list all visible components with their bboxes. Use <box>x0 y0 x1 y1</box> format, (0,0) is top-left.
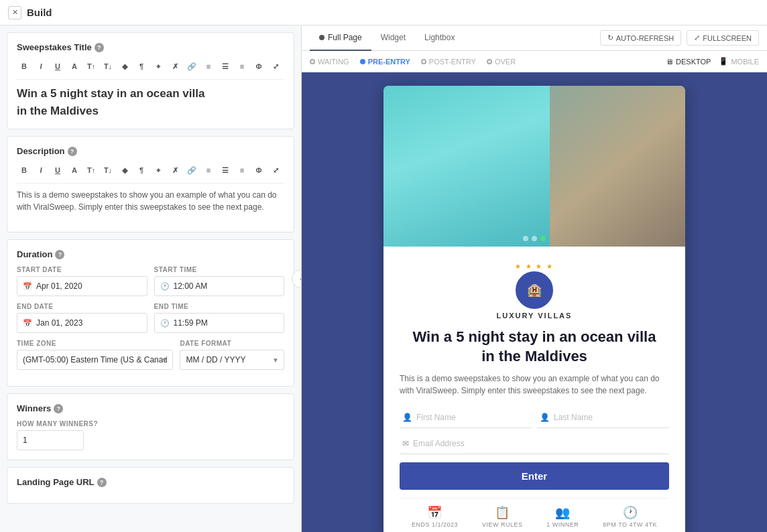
winners-label: Winners ? <box>17 403 284 413</box>
image-villa <box>550 86 686 247</box>
timezone-label: TIME ZONE <box>17 340 173 347</box>
close-button[interactable]: ✕ <box>8 6 21 19</box>
end-time-label: END TIME <box>154 303 285 310</box>
clock-icon-end: 🕐 <box>160 319 170 328</box>
auto-refresh-button[interactable]: ↻ AUTO-REFRESH <box>600 30 682 46</box>
desc-font-size-up-button[interactable]: T↑ <box>84 163 99 178</box>
winners-info-icon[interactable]: ? <box>54 404 63 413</box>
preview-image-inner <box>384 86 685 247</box>
preview-area: ★ ★ ★ ★ 🏨 LUXURY VILLAS Win a 5 night st… <box>302 72 767 532</box>
start-date-label: START DATE <box>17 266 148 273</box>
desc-highlight-button[interactable]: ◆ <box>117 163 132 178</box>
font-size-down-button[interactable]: T↓ <box>101 59 115 74</box>
desc-special-char-button[interactable]: Φ <box>251 163 266 178</box>
landing-url-info-icon[interactable]: ? <box>97 478 107 487</box>
desc-link-button[interactable]: 🔗 <box>184 163 199 178</box>
desc-list-button[interactable]: ☰ <box>218 163 233 178</box>
date-row-2: END DATE 📅 Jan 01, 2023 END TIME 🕐 11:59… <box>17 303 284 333</box>
landing-url-label: Landing Page URL ? <box>17 477 284 487</box>
dateformat-group: DATE FORMAT MM / DD / YYYY ▼ <box>180 340 284 370</box>
timezone-select-wrapper: (GMT-05:00) Eastern Time (US & Canada) ▼ <box>17 350 173 370</box>
desc-underline-button[interactable]: U <box>50 163 65 178</box>
main-layout: Sweepstakes Title ? B I U A T↑ T↓ ◆ ¶ ⌖ … <box>0 25 767 532</box>
device-mobile[interactable]: 📱 MOBILE <box>719 57 759 66</box>
end-time-group: END TIME 🕐 11:59 PM <box>154 303 285 333</box>
stage-post-entry[interactable]: POST-ENTRY <box>421 58 476 66</box>
timezone-select[interactable]: (GMT-05:00) Eastern Time (US & Canada) <box>17 350 173 370</box>
stage-tabs: WAITING PRE-ENTRY POST-ENTRY OVER <box>310 58 516 66</box>
italic-button[interactable]: I <box>34 59 48 74</box>
start-time-label: START TIME <box>154 266 285 273</box>
desc-font-color-button[interactable]: A <box>67 163 82 178</box>
dot-3[interactable] <box>540 236 546 241</box>
sweepstakes-title-content[interactable]: Win a 5 night stay in an ocean villa in … <box>17 85 284 119</box>
bold-button[interactable]: B <box>17 59 32 74</box>
stage-pre-entry[interactable]: PRE-ENTRY <box>360 58 410 66</box>
clear-format-button[interactable]: ⌖ <box>151 59 166 74</box>
tab-full-page[interactable]: Full Page <box>310 25 371 51</box>
desc-indent-button[interactable]: ≡ <box>235 163 249 178</box>
special-char-button[interactable]: Φ <box>251 59 266 74</box>
fullscreen-button[interactable]: ⤢ FULLSCREEN <box>687 30 759 46</box>
dot-2[interactable] <box>532 236 537 241</box>
preview-footer: 📅 ENDS 1/1/2023 📋 VIEW RULES 👥 1 WINNER <box>400 498 669 528</box>
stage-waiting[interactable]: WAITING <box>310 58 349 66</box>
font-size-up-button[interactable]: T↑ <box>84 59 99 74</box>
enter-button[interactable]: Enter <box>400 462 669 490</box>
winners-section: Winners ? HOW MANY WINNERS? <box>7 393 294 460</box>
preview-nav: Full Page Widget Lightbox ↻ AUTO-REFRESH… <box>302 25 767 51</box>
device-desktop[interactable]: 🖥 DESKTOP <box>666 57 711 66</box>
desc-bold-button[interactable]: B <box>17 163 32 178</box>
align-button[interactable]: ≡ <box>201 59 216 74</box>
tab-widget[interactable]: Widget <box>371 25 415 51</box>
dateformat-select[interactable]: MM / DD / YYYY <box>180 350 284 370</box>
sweepstakes-title-label: Sweepstakes Title ? <box>17 42 284 52</box>
description-content[interactable]: This is a demo sweepstakes to show you a… <box>17 189 284 222</box>
desc-italic-button[interactable]: I <box>34 163 48 178</box>
date-row-1: START DATE 📅 Apr 01, 2020 START TIME 🕐 1… <box>17 266 284 296</box>
description-info-icon[interactable]: ? <box>68 147 77 156</box>
remove-format-button[interactable]: ✗ <box>168 59 182 74</box>
brand-circle: 🏨 <box>516 271 553 309</box>
winners-icon: 👥 <box>546 505 579 520</box>
paragraph-button[interactable]: ¶ <box>134 59 149 74</box>
desc-expand-button[interactable]: ⤢ <box>268 163 283 178</box>
highlight-button[interactable]: ◆ <box>117 59 132 74</box>
description-section: Description ? B I U A T↑ T↓ ◆ ¶ ⌖ ✗ 🔗 ≡ <box>7 136 294 232</box>
font-color-button[interactable]: A <box>67 59 82 74</box>
preview-description: This is a demo sweepstakes to show you a… <box>400 373 669 397</box>
brand-stars: ★ ★ ★ ★ <box>400 263 669 270</box>
expand-button[interactable]: ⤢ <box>268 59 283 74</box>
tab-lightbox[interactable]: Lightbox <box>415 25 464 51</box>
end-time-input[interactable]: 🕐 11:59 PM <box>154 313 285 333</box>
underline-button[interactable]: U <box>50 59 65 74</box>
time-label: 8pm to 4tw 4tk <box>603 521 657 528</box>
title-editor-toolbar: B I U A T↑ T↓ ◆ ¶ ⌖ ✗ 🔗 ≡ ☰ ≡ Φ <box>17 59 284 80</box>
start-date-group: START DATE 📅 Apr 01, 2020 <box>17 266 148 296</box>
desc-remove-format-button[interactable]: ✗ <box>168 163 182 178</box>
end-date-group: END DATE 📅 Jan 01, 2023 <box>17 303 148 333</box>
desc-font-size-down-button[interactable]: T↓ <box>101 163 115 178</box>
duration-info-icon[interactable]: ? <box>55 250 64 259</box>
first-name-field[interactable]: 👤 First Name <box>400 407 532 428</box>
end-date-input[interactable]: 📅 Jan 01, 2023 <box>17 313 148 333</box>
list-button[interactable]: ☰ <box>218 59 233 74</box>
desc-paragraph-button[interactable]: ¶ <box>134 163 149 178</box>
clock-icon-start: 🕐 <box>160 282 170 291</box>
start-time-input[interactable]: 🕐 12:00 AM <box>154 276 285 296</box>
indent-button[interactable]: ≡ <box>235 59 249 74</box>
last-name-field[interactable]: 👤 Last Name <box>537 407 669 428</box>
dateformat-label: DATE FORMAT <box>180 340 284 347</box>
calendar-footer-icon: 📅 <box>412 505 458 520</box>
start-date-input[interactable]: 📅 Apr 01, 2020 <box>17 276 148 296</box>
timezone-group: TIME ZONE (GMT-05:00) Eastern Time (US &… <box>17 340 173 370</box>
dot-1[interactable] <box>523 236 528 241</box>
footer-rules[interactable]: 📋 VIEW RULES <box>482 505 523 528</box>
desc-clear-format-button[interactable]: ⌖ <box>151 163 166 178</box>
desc-align-button[interactable]: ≡ <box>201 163 216 178</box>
link-button[interactable]: 🔗 <box>184 59 199 74</box>
email-field[interactable]: ✉ Email Address <box>400 434 669 454</box>
winners-input[interactable] <box>17 430 84 450</box>
sweepstakes-title-info-icon[interactable]: ? <box>95 43 104 52</box>
stage-over[interactable]: OVER <box>487 58 516 66</box>
